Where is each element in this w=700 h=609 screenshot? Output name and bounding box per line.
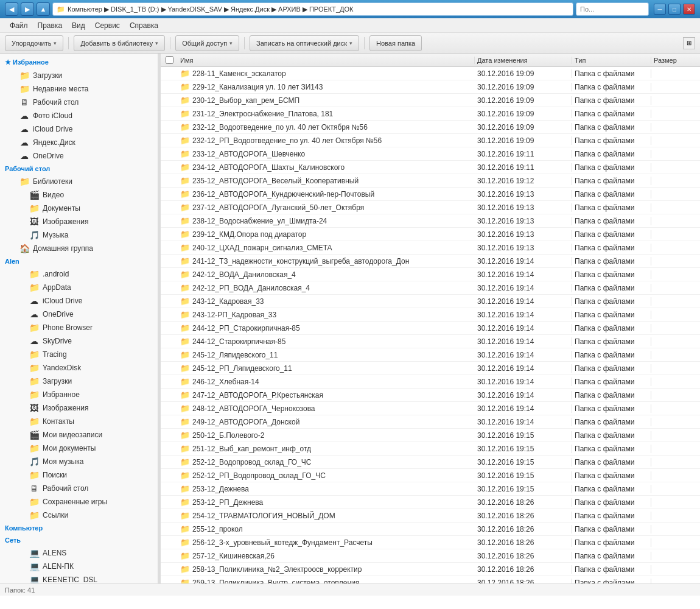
table-row[interactable]: 📁244-12_РП_Старокирпичная-8530.12.2016 1… [161,322,700,335]
table-row[interactable]: 📁240-12_ЦХАД_пожарн_сигнализ_СМЕТА30.12.… [161,241,700,255]
table-row[interactable]: 📁232-12_РП_Водоотведение_по ул. 40 лет О… [161,134,700,147]
table-row[interactable]: 📁259-13_Поликлиника_Внутр_система_отопле… [161,576,700,583]
table-row[interactable]: 📁244-12_Старокирпичная-8530.12.2016 19:1… [161,335,700,348]
sidebar-item-рабочий-стол[interactable]: 🖥Рабочий стол [0,96,158,109]
table-row[interactable]: 📁253-12_Дежнева30.12.2016 19:15Папка с ф… [161,482,700,496]
table-row[interactable]: 📁238-12_Водоснабжение_ул_Шмидта-2430.12.… [161,214,700,228]
sidebar-item-onedrive[interactable]: ☁OneDrive [0,308,158,321]
toolbar-btn-2[interactable]: Общий доступ▾ [175,35,239,51]
sidebar-item-избранное[interactable]: 📁Избранное [0,388,158,401]
sidebar-item-сохраненные-игры[interactable]: 📁Сохраненные игры [0,495,158,509]
table-row[interactable]: 📁253-12_РП_Дежнева30.12.2016 18:26Папка … [161,496,700,509]
sidebar-item-onedrive[interactable]: ☁OneDrive [0,149,158,163]
sidebar-section-3[interactable]: Компьютер [0,522,158,534]
close-button[interactable]: ✕ [683,4,695,15]
menu-item-файл[interactable]: Файл [5,20,33,31]
sidebar-section-2[interactable]: Alen [0,255,158,267]
sidebar-item-недавние-места[interactable]: 📁Недавние места [0,82,158,96]
table-row[interactable]: 📁247-12_АВТОДОРОГА_Р.Крестьянская30.12.2… [161,389,700,402]
sidebar-item-мои-видеозаписи[interactable]: 🎬Мои видеозаписи [0,428,158,442]
table-row[interactable]: 📁248-12_АВТОДОРОГА_Чернокозова30.12.2016… [161,402,700,415]
address-bar[interactable]: 📁 Компьютер ▶ DISK_1_TB (D:) ▶ YandexDIS… [52,2,573,16]
sidebar-item-изображения[interactable]: 🖼Изображения [0,215,158,228]
sidebar-item-загрузки[interactable]: 📁Загрузки [0,375,158,388]
table-row[interactable]: 📁242-12_ВОДА_Даниловская_430.12.2016 19:… [161,268,700,281]
up-button[interactable]: ▲ [37,2,50,16]
sidebar-item-icloud-drive[interactable]: ☁iCloud Drive [0,294,158,308]
table-row[interactable]: 📁235-12_АВТОДОРОГА_Веселый_Кооперативный… [161,174,700,188]
table-row[interactable]: 📁243-12-РП_Кадровая_3330.12.2016 19:14Па… [161,308,700,322]
table-row[interactable]: 📁229-12_Канализация ул. 10 лет ЗИ14330.1… [161,80,700,94]
table-row[interactable]: 📁234-12_АВТОДОРОГА_Шахты_Калиновского30.… [161,161,700,174]
toolbar-btn-4[interactable]: Новая папка [369,35,422,51]
maximize-button[interactable]: □ [668,4,681,15]
sidebar-item-фото-icloud[interactable]: ☁Фото iCloud [0,109,158,122]
sidebar-item-изображения[interactable]: 🖼Изображения [0,401,158,415]
table-row[interactable]: 📁252-12_РП_Водопровод_склад_ГО_ЧС30.12.2… [161,469,700,482]
menu-item-сервис[interactable]: Сервис [90,20,125,31]
sidebar-section-0[interactable]: ★ Избранное [0,56,158,69]
table-row[interactable]: 📁232-12_Водоотведение_по ул. 40 лет Октя… [161,121,700,134]
table-row[interactable]: 📁239-12_КМД.Опора под диаратор30.12.2016… [161,228,700,241]
table-row[interactable]: 📁245-12_РП_Ляпидевского_1130.12.2016 19:… [161,362,700,375]
table-row[interactable]: 📁254-12_ТРАВМАТОЛОГИЯ_НОВЫЙ_ДОМ30.12.201… [161,509,700,523]
name-column-header[interactable]: Имя [178,57,475,64]
table-row[interactable]: 📁249-12_АВТОДОРОГА_Донской30.12.2016 19:… [161,415,700,429]
sidebar-item-.android[interactable]: 📁.android [0,267,158,281]
sidebar-item-видео[interactable]: 🎬Видео [0,188,158,202]
sidebar-item-библиотеки[interactable]: 📁Библиотеки [0,175,158,188]
select-all-checkbox[interactable] [166,56,173,64]
table-row[interactable]: 📁255-12_прокол30.12.2016 18:26Папка с фа… [161,523,700,536]
toolbar-btn-3[interactable]: Записать на оптический диск▾ [250,35,359,51]
table-row[interactable]: 📁228-11_Каменск_эскалатор30.12.2016 19:0… [161,67,700,80]
type-column-header[interactable]: Тип [572,57,651,64]
sidebar-item-skydrive[interactable]: ☁SkyDrive [0,334,158,348]
table-row[interactable]: 📁230-12_Выбор_кап_рем_БСМП30.12.2016 19:… [161,94,700,107]
minimize-button[interactable]: ─ [654,4,666,15]
sidebar-item-музыка[interactable]: 🎵Музыка [0,228,158,242]
sidebar-item-домашняя-группа[interactable]: 🏠Домашняя группа [0,242,158,255]
menu-item-вид[interactable]: Вид [67,20,90,31]
table-row[interactable]: 📁246-12_Хлебная-1430.12.2016 19:14Папка … [161,375,700,389]
table-row[interactable]: 📁237-12_АВТОДОРОГА_Луганский_50-лет_Октя… [161,201,700,214]
table-row[interactable]: 📁241-12_ТЗ_надежности_конструкций_выгреб… [161,255,700,268]
table-row[interactable]: 📁257-12_Кишиневская,2630.12.2016 18:26Па… [161,549,700,563]
sidebar-item-yandexdisk[interactable]: 📁YandexDisk [0,361,158,375]
sidebar-section-4[interactable]: Сеть [0,534,158,546]
sidebar-item-контакты[interactable]: 📁Контакты [0,415,158,428]
table-row[interactable]: 📁256-12_3-х_уровневый_котедж_Фундамент_Р… [161,536,700,549]
sidebar-item-tracing[interactable]: 📁Tracing [0,348,158,361]
menu-item-правка[interactable]: Правка [33,20,68,31]
table-row[interactable]: 📁243-12_Кадровая_3330.12.2016 19:14Папка… [161,295,700,308]
sidebar-item-appdata[interactable]: 📁AppData [0,281,158,294]
sidebar-item-icloud-drive[interactable]: ☁iCloud Drive [0,122,158,136]
sidebar-item-документы[interactable]: 📁Документы [0,202,158,215]
sidebar-item-загрузки[interactable]: 📁Загрузки [0,69,158,82]
sidebar-item-alens[interactable]: 💻ALENS [0,546,158,560]
sidebar-item-ссылки[interactable]: 📁Ссылки [0,509,158,522]
view-options-button[interactable]: ⊞ [683,37,695,49]
table-row[interactable]: 📁258-13_Поликлиника_№2_Электроосв_коррек… [161,563,700,576]
date-column-header[interactable]: Дата изменения [475,57,572,64]
forward-button[interactable]: ▶ [21,2,34,16]
table-row[interactable]: 📁251-12_Выб_кап_ремонт_инф_отд30.12.2016… [161,442,700,456]
sidebar-item-поиски[interactable]: 📁Поиски [0,468,158,482]
table-row[interactable]: 📁231-12_Электроснабжение_Платова, 18130.… [161,107,700,121]
sidebar-item-мои-документы[interactable]: 📁Мои документы [0,442,158,455]
search-input[interactable] [576,2,649,16]
sidebar-item-рабочий-стол[interactable]: 🖥Рабочий стол [0,482,158,495]
table-row[interactable]: 📁242-12_РП_ВОДА_Даниловская_430.12.2016 … [161,281,700,295]
sidebar-item-phone-browser[interactable]: 📁Phone Browser [0,321,158,334]
sidebar-item-моя-музыка[interactable]: 🎵Моя музыка [0,455,158,468]
sidebar-item-alen-пк[interactable]: 💻ALEN-ПК [0,560,158,573]
sidebar-item-keenetic_dsl[interactable]: 💻KEENETIC_DSL [0,573,158,583]
toolbar-btn-1[interactable]: Добавить в библиотеку▾ [74,35,165,51]
sidebar-section-1[interactable]: Рабочий стол [0,163,158,175]
table-row[interactable]: 📁236-12_АВТОДОРОГА_Кундрюченский-пер-Поч… [161,188,700,201]
size-column-header[interactable]: Размер [651,57,700,64]
menu-item-справка[interactable]: Справка [125,20,163,31]
table-row[interactable]: 📁245-12_Ляпидевского_1130.12.2016 19:14П… [161,348,700,362]
back-button[interactable]: ◀ [5,2,18,16]
table-row[interactable]: 📁250-12_Б.Полевого-230.12.2016 19:15Папк… [161,429,700,442]
toolbar-btn-0[interactable]: Упорядочить▾ [5,35,63,51]
